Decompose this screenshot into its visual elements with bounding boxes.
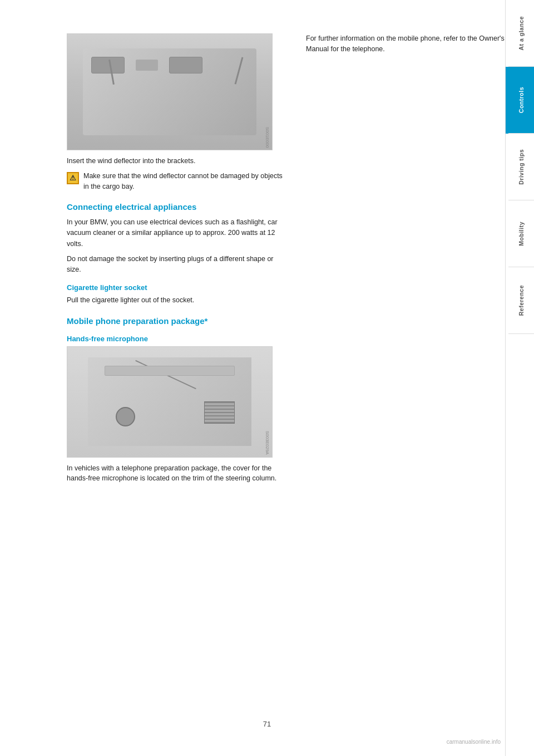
sidebar-tab-mobility[interactable]: Mobility [506,200,534,267]
tab-at-a-glance-label: At a glance [518,16,525,51]
sidebar-right: At a glance Controls Driving tips Mobili… [505,0,534,756]
tab-reference-label: Reference [518,285,525,316]
left-column: S001E000 Insert the wind deflector into … [67,33,284,488]
insert-caption: Insert the wind deflector into the brack… [67,156,284,166]
two-column-layout: S001E000 Insert the wind deflector into … [67,33,512,488]
mic-illustration: S003E029A [67,347,272,457]
watermark: carmanualsonline.info [447,739,501,745]
tab-driving-tips-label: Driving tips [518,149,525,185]
hands-free-heading: Hands-free microphone [67,335,284,343]
tab-at-a-glance-label-area: At a glance [508,0,534,67]
sidebar-tab-controls[interactable]: Controls [506,67,534,134]
main-content: S001E000 Insert the wind deflector into … [0,0,534,756]
trunk-bar [136,60,158,71]
cigarette-lighter-heading: Cigarette lighter socket [67,283,284,292]
sidebar-tab-driving-tips[interactable]: Driving tips [506,134,534,200]
further-info-text: For further information on the mobile ph… [306,33,512,55]
tab-mobility-label-area: Mobility [508,200,534,267]
page-container: S001E000 Insert the wind deflector into … [0,0,534,756]
section-connecting-body2: Do not damage the socket by inserting pl… [67,254,284,276]
mic-circle [116,407,135,426]
tab-controls-label-area: Controls [508,67,534,134]
mic-caption: In vehicles with a telephone preparation… [67,463,284,484]
sidebar-tab-reference[interactable]: Reference [506,267,534,334]
image-watermark-trunk: S001E000 [265,127,270,148]
wiper-right [235,57,244,84]
tab-controls-label: Controls [518,87,525,113]
warning-box: ⚠ Make sure that the wind deflector cann… [67,171,284,192]
image-watermark-mic: S003E029A [265,431,270,455]
section-connecting-heading: Connecting electrical appliances [67,202,284,213]
page-number: 71 [263,720,271,728]
tab-driving-tips-label-area: Driving tips [508,134,534,200]
mic-grille [204,401,235,424]
mic-inner [88,357,251,445]
trunk-image: S001E000 [67,33,273,150]
microphone-image: S003E029A [67,346,273,458]
section-mobile-heading: Mobile phone preparation package* [67,316,284,327]
sidebar-filler [506,334,534,756]
trunk-bracket-right [169,57,202,73]
section-connecting-body1: In your BMW, you can use electrical devi… [67,217,284,249]
mic-top-bar [105,366,235,376]
cigarette-lighter-body: Pull the cigarette lighter out of the so… [67,295,284,306]
sidebar-tab-at-a-glance[interactable]: At a glance [506,0,534,67]
trunk-bracket-left [91,57,125,73]
trunk-inner [83,48,257,135]
trunk-illustration: S001E000 [67,34,272,150]
right-column: For further information on the mobile ph… [306,33,512,488]
tab-reference-label-area: Reference [508,267,534,334]
warning-text: Make sure that the wind deflector cannot… [83,171,284,192]
warning-icon: ⚠ [67,172,79,184]
tab-mobility-label: Mobility [518,222,525,246]
